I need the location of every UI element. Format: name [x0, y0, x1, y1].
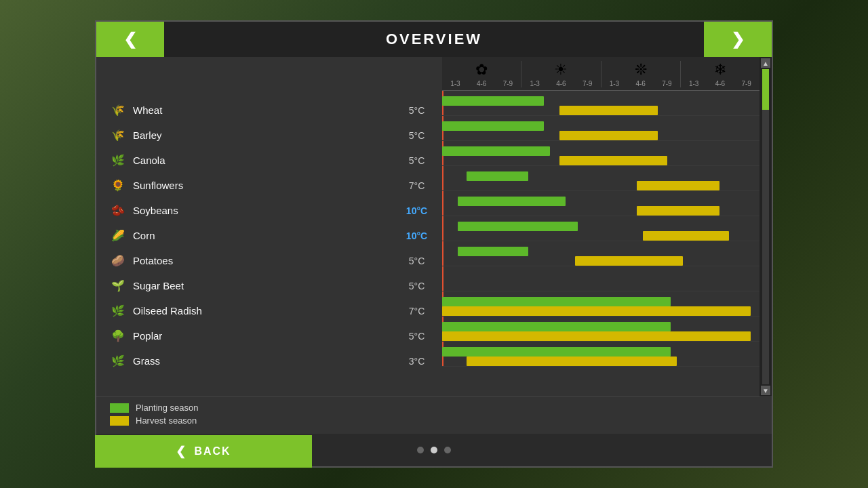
crop-row-0: 🌾 Wheat 5°C: [96, 98, 442, 123]
crop-name-1: Barley: [133, 129, 398, 141]
crop-row-6: 🥔 Potatoes 5°C: [96, 248, 442, 273]
plant-bar-8: [442, 297, 671, 306]
chart-row-8: [442, 291, 760, 317]
prev-button[interactable]: ❮: [96, 22, 164, 57]
harvest-bar-5: [643, 231, 729, 241]
chart-row-5: [442, 216, 760, 241]
pagination-dots: [417, 447, 451, 453]
crop-row-9: 🌳 Poplar 5°C: [96, 323, 442, 348]
plant-bar-9: [442, 322, 671, 331]
plant-bar-6: [458, 247, 529, 256]
chart-row-7: [442, 266, 760, 291]
chart-row-1: [442, 116, 760, 141]
crop-temp-4: 10°C: [398, 205, 435, 216]
back-button[interactable]: ❮ BACK: [95, 435, 312, 468]
scroll-thumb[interactable]: [762, 69, 769, 110]
crop-list: 🌾 Wheat 5°C 🌾 Barley 5°C 🌿 Canola 5°C 🌻 …: [96, 57, 442, 396]
chart-row-9: [442, 317, 760, 342]
back-label: BACK: [194, 445, 231, 458]
season-col-3: ❄ 1-3 4-6 7-9: [681, 61, 760, 87]
crop-temp-3: 7°C: [398, 180, 435, 191]
crop-name-4: Soybeans: [133, 205, 398, 216]
crop-name-9: Poplar: [133, 330, 398, 342]
chart-row-10: [442, 342, 760, 367]
harvest-bar-2: [559, 156, 667, 165]
panel-header: ❮ OVERVIEW ❯: [96, 22, 772, 57]
scroll-track: [762, 69, 769, 384]
harvest-bar-10: [467, 357, 676, 366]
chart-row-2: [442, 141, 760, 166]
crop-row-7: 🌱 Sugar Beet 5°C: [96, 273, 442, 298]
next-button[interactable]: ❯: [704, 22, 772, 57]
season-icon-3: ❄: [714, 61, 726, 79]
legend-color-0: [110, 403, 129, 413]
crop-temp-10: 3°C: [398, 356, 435, 367]
pagination-dot-0[interactable]: [417, 447, 424, 453]
scrollbar: ▲ ▼: [760, 57, 772, 396]
season-col-0: ✿ 1-3 4-6 7-9: [442, 61, 521, 87]
plant-bar-3: [467, 171, 528, 181]
crop-row-4: 🫘 Soybeans 10°C: [96, 198, 442, 223]
legend-area: Planting season Harvest season: [96, 396, 772, 434]
scroll-down-button[interactable]: ▼: [761, 386, 770, 395]
crop-icon-10: 🌿: [110, 353, 126, 369]
season-col-1: ☀ 1-3 4-6 7-9: [521, 61, 601, 87]
chart-row-4: [442, 191, 760, 216]
crop-temp-6: 5°C: [398, 256, 435, 266]
crop-name-0: Wheat: [133, 104, 398, 116]
main-panel: ❮ OVERVIEW ❯ 🌾 Wheat 5°C 🌾 Barley 5°C 🌿 …: [95, 20, 773, 468]
crop-row-8: 🌿 Oilseed Radish 7°C: [96, 298, 442, 323]
crop-temp-8: 7°C: [398, 306, 435, 317]
harvest-bar-0: [559, 106, 658, 115]
crop-name-8: Oilseed Radish: [133, 305, 398, 317]
legend-item-1: Harvest season: [110, 415, 758, 426]
crop-icon-3: 🌻: [110, 178, 126, 194]
crop-name-10: Grass: [133, 355, 398, 367]
crop-row-2: 🌿 Canola 5°C: [96, 148, 442, 173]
crop-name-5: Corn: [133, 230, 398, 241]
crop-icon-6: 🥔: [110, 253, 126, 269]
plant-bar-10: [442, 347, 671, 357]
legend-label-0: Planting season: [136, 403, 199, 413]
content-area: 🌾 Wheat 5°C 🌾 Barley 5°C 🌿 Canola 5°C 🌻 …: [96, 57, 772, 396]
crop-icon-0: 🌾: [110, 102, 126, 119]
chart-row-3: [442, 166, 760, 191]
chart-rows: [442, 91, 760, 367]
crop-name-3: Sunflowers: [133, 180, 398, 191]
season-nums-2: 1-3 4-6 7-9: [601, 80, 680, 87]
harvest-bar-4: [637, 206, 720, 216]
harvest-bar-8: [442, 306, 751, 316]
crop-icon-5: 🌽: [110, 228, 126, 244]
season-col-2: ❊ 1-3 4-6 7-9: [601, 61, 681, 87]
harvest-bar-1: [559, 131, 658, 140]
season-nums-1: 1-3 4-6 7-9: [521, 80, 600, 87]
season-icon-0: ✿: [475, 61, 488, 79]
crop-temp-0: 5°C: [398, 105, 435, 116]
crop-row-5: 🌽 Corn 10°C: [96, 223, 442, 248]
harvest-bar-6: [575, 256, 683, 266]
crop-name-2: Canola: [133, 155, 398, 166]
legend-color-1: [110, 416, 129, 426]
legend-item-0: Planting season: [110, 403, 758, 413]
crop-icon-8: 🌿: [110, 303, 126, 319]
plant-bar-2: [442, 146, 550, 156]
crop-name-7: Sugar Beet: [133, 280, 398, 291]
crop-temp-9: 5°C: [398, 331, 435, 342]
scroll-up-button[interactable]: ▲: [761, 58, 770, 68]
chart-row-6: [442, 241, 760, 266]
crop-name-6: Potatoes: [133, 255, 398, 266]
harvest-bar-3: [637, 181, 720, 190]
page-title: OVERVIEW: [386, 30, 482, 48]
crop-temp-7: 5°C: [398, 281, 435, 291]
chart-row-0: [442, 91, 760, 116]
pagination-dot-2[interactable]: [444, 447, 451, 453]
season-nums-3: 1-3 4-6 7-9: [681, 80, 760, 87]
back-arrow-icon: ❮: [176, 444, 187, 459]
plant-bar-0: [442, 96, 544, 106]
crop-icon-1: 🌾: [110, 127, 126, 144]
pagination-dot-1[interactable]: [431, 447, 437, 453]
crop-icon-2: 🌿: [110, 152, 126, 169]
season-icon-1: ☀: [554, 61, 568, 79]
crop-icon-7: 🌱: [110, 278, 126, 294]
plant-bar-5: [458, 222, 578, 231]
